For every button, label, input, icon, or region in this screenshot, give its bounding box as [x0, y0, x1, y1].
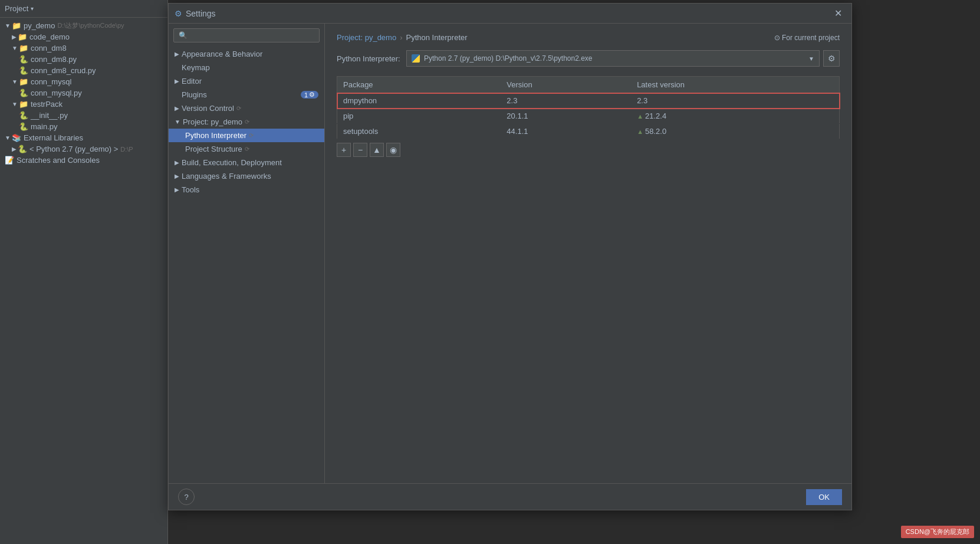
interpreter-select-box[interactable]: Python 2.7 (py_demo) D:\Python_v\2.7.5\p… [406, 50, 820, 67]
package-latest: ▲58.2.0 [631, 124, 839, 139]
file-icon: 🐍 [19, 111, 28, 120]
file-icon: 🐍 [19, 55, 28, 64]
nav-item-version-control[interactable]: ▶ Version Control ⟳ [169, 101, 324, 115]
breadcrumb-project[interactable]: Project: py_demo [337, 33, 396, 42]
tree-label: conn_dm8_crud.py [31, 66, 96, 75]
nav-item-label: Appearance & Behavior [182, 50, 262, 58]
upgrade-arrow-icon: ▲ [637, 128, 643, 135]
nav-item-label: Project Structure [185, 145, 242, 153]
nav-item-label: Tools [182, 185, 199, 194]
sync-icon: ⟳ [236, 105, 241, 112]
package-name: pip [337, 109, 501, 124]
breadcrumb-arrow-icon: › [400, 33, 402, 42]
help-button[interactable]: ? [178, 489, 195, 505]
table-row[interactable]: pip 20.1.1 ▲21.2.4 [337, 109, 840, 124]
tree-item-main-py[interactable]: 🐍 main.py [0, 121, 167, 132]
interpreter-gear-button[interactable]: ⚙ [823, 50, 840, 67]
interpreter-select-wrapper: Python 2.7 (py_demo) D:\Python_v\2.7.5\p… [406, 50, 840, 67]
dialog-title-left: ⚙ Settings [175, 9, 216, 18]
tree-item-py-demo[interactable]: ▼ 📁 py_demo D:\达梦\pythonCode\py [0, 20, 167, 31]
nav-item-label: Keymap [182, 63, 210, 72]
settings-nav: ▶ Appearance & Behavior Keymap ▶ Editor … [169, 24, 325, 483]
nav-item-python-interpreter[interactable]: Python Interpreter ⟳ [169, 129, 324, 142]
settings-search-input[interactable] [173, 28, 320, 42]
dialog-body: ▶ Appearance & Behavior Keymap ▶ Editor … [169, 24, 851, 483]
file-icon: 🐍 [19, 66, 28, 75]
folder-icon: 📁 [18, 32, 27, 41]
settings-content: Project: py_demo › Python Interpreter ⊙ … [325, 24, 851, 483]
nav-item-tools[interactable]: ▶ Tools [169, 183, 324, 196]
tree-path-short: D:\P [120, 146, 133, 153]
tree-label: External Libraries [24, 133, 83, 142]
sync-icon: ⟳ [245, 146, 249, 152]
project-tree: ▼ 📁 py_demo D:\达梦\pythonCode\py ▶ 📁 code… [0, 18, 167, 168]
tree-item-init-py[interactable]: 🐍 __init__.py [0, 110, 167, 121]
table-header-row: Package Version Latest version [337, 77, 840, 93]
package-name: dmpython [337, 93, 501, 109]
tree-label: Scratches and Consoles [17, 156, 100, 165]
project-dropdown-icon[interactable]: ▾ [31, 5, 34, 12]
tree-item-conn-mysql[interactable]: ▼ 📁 conn_mysql [0, 76, 167, 87]
table-row[interactable]: dmpython 2.3 2.3 [337, 93, 840, 109]
nav-item-editor[interactable]: ▶ Editor [169, 74, 324, 88]
tree-label: py_demo [24, 21, 55, 30]
ok-button[interactable]: OK [806, 489, 842, 505]
remove-package-button[interactable]: − [353, 143, 367, 157]
tree-label: conn_dm8.py [31, 55, 77, 64]
add-package-button[interactable]: + [337, 143, 351, 157]
col-latest-version: Latest version [631, 77, 839, 93]
project-panel-header[interactable]: Project ▾ [0, 0, 167, 18]
project-panel-title: Project [5, 4, 28, 13]
package-latest: 2.3 [631, 93, 839, 109]
tree-path: D:\达梦\pythonCode\py [57, 21, 124, 30]
badge-icon: ⚙ [309, 91, 315, 99]
settings-dialog: ⚙ Settings ✕ ▶ Appearance & Behavior Key… [168, 3, 852, 510]
nav-item-label: Plugins [182, 90, 207, 99]
nav-item-label: Build, Execution, Deployment [182, 158, 282, 167]
table-toolbar: + − ▲ ◉ [337, 143, 840, 157]
tree-item-python27[interactable]: ▶ 🐍 < Python 2.7 (py_demo) > D:\P [0, 143, 167, 155]
arrow-icon: ▼ [12, 45, 18, 51]
tree-item-conn-mysql-py[interactable]: 🐍 conn_mysql.py [0, 87, 167, 99]
nav-item-appearance[interactable]: ▶ Appearance & Behavior [169, 47, 324, 61]
tree-item-testrpack[interactable]: ▼ 📁 testrPack [0, 99, 167, 110]
breadcrumb-current: Python Interpreter [406, 33, 468, 42]
close-button[interactable]: ✕ [831, 6, 846, 20]
nav-item-keymap[interactable]: Keymap [169, 61, 324, 74]
table-row[interactable]: setuptools 44.1.1 ▲58.2.0 [337, 124, 840, 139]
footer-buttons: OK [806, 489, 842, 505]
for-current-badge[interactable]: ⊙ For current project [774, 34, 840, 42]
col-version: Version [501, 77, 631, 93]
packages-table: Package Version Latest version dmpython … [337, 76, 840, 139]
arrow-icon: ▼ [5, 22, 11, 29]
project-panel: Project ▾ ▼ 📁 py_demo D:\达梦\pythonCode\p… [0, 0, 168, 544]
nav-item-project-py-demo[interactable]: ▼ Project: py_demo ⟳ [169, 115, 324, 129]
nav-items: ▶ Appearance & Behavior Keymap ▶ Editor … [169, 47, 324, 483]
upgrade-package-button[interactable]: ▲ [370, 143, 384, 157]
nav-item-label: Languages & Frameworks [182, 172, 271, 181]
nav-item-plugins[interactable]: Plugins 1 ⚙ [169, 88, 324, 101]
tree-item-scratches[interactable]: 📝 Scratches and Consoles [0, 155, 167, 166]
nav-item-project-structure[interactable]: Project Structure ⟳ [169, 142, 324, 156]
tree-label: testrPack [31, 100, 63, 109]
nav-item-build-execution[interactable]: ▶ Build, Execution, Deployment [169, 156, 324, 169]
file-icon: 🐍 [19, 89, 28, 97]
nav-arrow-icon: ▶ [175, 173, 179, 179]
library-icon: 📚 [12, 133, 21, 142]
tree-label: __init__.py [31, 111, 68, 120]
badge-count: 1 [304, 91, 308, 99]
interpreter-value: Python 2.7 (py_demo) D:\Python_v\2.7.5\p… [412, 54, 593, 63]
dialog-titlebar: ⚙ Settings ✕ [169, 4, 851, 24]
tree-item-conn-dm8-crud[interactable]: 🐍 conn_dm8_crud.py [0, 65, 167, 76]
gear-icon: ⚙ [828, 54, 836, 63]
tree-item-conn-dm8[interactable]: ▼ 📁 conn_dm8 [0, 42, 167, 54]
show-details-button[interactable]: ◉ [386, 143, 400, 157]
tree-item-conn-dm8-py[interactable]: 🐍 conn_dm8.py [0, 54, 167, 65]
nav-item-label: Project: py_demo [183, 117, 242, 126]
tree-item-code-demo[interactable]: ▶ 📁 code_demo [0, 31, 167, 42]
package-version: 2.3 [501, 93, 631, 109]
arrow-icon: ▼ [5, 135, 11, 141]
tree-item-external-libs[interactable]: ▼ 📚 External Libraries [0, 132, 167, 143]
tree-label: conn_mysql [31, 77, 71, 86]
nav-item-languages[interactable]: ▶ Languages & Frameworks [169, 169, 324, 183]
